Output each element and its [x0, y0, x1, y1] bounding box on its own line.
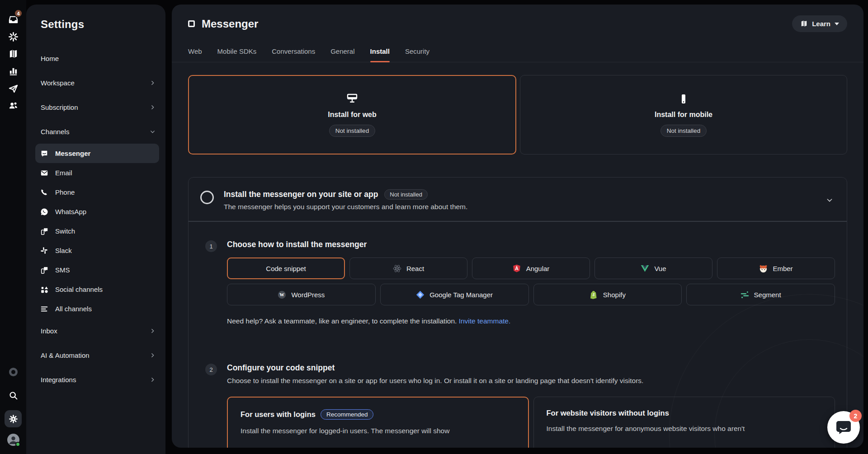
option-ember[interactable]: Ember — [717, 257, 835, 279]
mobile-icon — [678, 93, 689, 105]
tab-general[interactable]: General — [330, 47, 354, 62]
status-ring-icon[interactable] — [5, 363, 21, 380]
channel-label: Social channels — [55, 286, 103, 293]
sidebar-item-switch[interactable]: Switch — [35, 221, 159, 241]
gtm-icon — [416, 290, 425, 299]
sidebar-item-social-channels[interactable]: Social channels — [35, 280, 159, 299]
sidebar-item-all-channels[interactable]: All channels — [35, 299, 159, 318]
help-text-body: Need help? Ask a teammate, like an engin… — [227, 317, 457, 325]
sidebar-item-ai-automation[interactable]: AI & Automation — [41, 343, 156, 367]
tab-bar: Web Mobile SDKs Conversations General In… — [172, 47, 863, 62]
search-nav-icon[interactable] — [5, 387, 21, 404]
step-number: 2 — [205, 364, 217, 375]
app-rail: 4 — [0, 0, 26, 454]
sidebar-item-label: Home — [41, 55, 59, 62]
option-label: Google Tag Manager — [429, 291, 493, 299]
option-angular[interactable]: Angular — [472, 257, 590, 279]
sidebar-item-subscription[interactable]: Subscription — [41, 95, 156, 119]
install-options-row1: Code snippet React Angular Vue — [227, 257, 835, 279]
settings-nav-active[interactable] — [5, 410, 22, 427]
reports-nav-icon[interactable] — [5, 62, 21, 80]
tab-mobile-sdks[interactable]: Mobile SDKs — [217, 47, 257, 62]
ai-nav-icon[interactable] — [5, 28, 21, 45]
learn-button-label: Learn — [812, 20, 830, 28]
section-description: The messenger helps you support your cus… — [224, 203, 467, 211]
option-segment[interactable]: Segment — [686, 284, 835, 305]
sidebar-item-inbox[interactable]: Inbox — [41, 318, 156, 343]
sidebar-item-slack[interactable]: Slack — [35, 241, 159, 260]
install-for-mobile-card[interactable]: Install for mobile Not installed — [520, 75, 847, 154]
intercom-launcher-button[interactable]: 2 — [827, 411, 860, 444]
card-title: Install for mobile — [655, 111, 712, 119]
sidebar-nav: Home Workspace Subscription Channels Mes… — [41, 46, 156, 392]
social-channels-icon — [40, 285, 48, 294]
step-1: 1 Choose how to install the messenger Co… — [205, 240, 835, 325]
channel-label: All channels — [55, 305, 92, 313]
sidebar-item-workspace[interactable]: Workspace — [41, 70, 156, 95]
option-shopify[interactable]: Shopify — [533, 284, 682, 305]
invite-teammate-link[interactable]: Invite teammate. — [459, 317, 511, 325]
tab-security[interactable]: Security — [405, 47, 429, 62]
tab-conversations[interactable]: Conversations — [272, 47, 315, 62]
outbound-nav-icon[interactable] — [5, 80, 21, 97]
accordion-body: 1 Choose how to install the messenger Co… — [189, 222, 847, 448]
option-label: Angular — [526, 265, 550, 272]
user-avatar[interactable] — [7, 434, 19, 446]
step-title: Choose how to install the messenger — [227, 240, 835, 249]
option-google-tag-manager[interactable]: Google Tag Manager — [380, 284, 529, 305]
sms-icon — [40, 266, 48, 274]
option-label: Vue — [654, 265, 666, 272]
main-panel: Messenger Learn Web Mobile SDKs Conversa… — [172, 5, 863, 448]
ai-burst-icon — [8, 32, 19, 42]
sidebar-item-label: Subscription — [41, 103, 78, 111]
wordpress-icon: W — [278, 290, 286, 299]
inbox-nav-icon[interactable]: 4 — [5, 11, 21, 28]
sidebar-item-email[interactable]: Email — [35, 163, 159, 183]
chevron-down-icon[interactable] — [826, 197, 833, 204]
tab-install[interactable]: Install — [370, 47, 390, 62]
help-text: Need help? Ask a teammate, like an engin… — [227, 317, 835, 325]
contacts-nav-icon[interactable] — [5, 97, 21, 114]
step-2: 2 Configure your code snippet Choose to … — [205, 363, 835, 448]
option-vue[interactable]: Vue — [594, 257, 712, 279]
rail-bottom-group — [5, 363, 22, 446]
option-label: Shopify — [603, 291, 626, 299]
sidebar-item-messenger[interactable]: Messenger — [35, 144, 159, 163]
install-messenger-section: Install the messenger on your site or ap… — [188, 177, 847, 448]
progress-circle-icon — [200, 191, 214, 204]
sidebar-item-phone[interactable]: Phone — [35, 183, 159, 202]
sidebar-item-home[interactable]: Home — [41, 46, 156, 70]
status-badge: Not installed — [384, 189, 428, 200]
option-wordpress[interactable]: W WordPress — [227, 284, 376, 305]
knowledge-nav-icon[interactable] — [5, 45, 21, 62]
card-description: Install the messenger for anonymous webs… — [547, 425, 822, 433]
tab-web[interactable]: Web — [188, 47, 202, 62]
sidebar-item-integrations[interactable]: Integrations — [41, 367, 156, 392]
sidebar-item-sms[interactable]: SMS — [35, 260, 159, 280]
settings-gear-icon — [9, 414, 18, 424]
book-icon — [800, 20, 808, 28]
sidebar-title: Settings — [41, 18, 156, 31]
chevron-right-icon — [150, 80, 156, 86]
recommended-badge: Recommended — [321, 409, 374, 420]
card-title: For website visitors without logins — [547, 409, 669, 417]
learn-button[interactable]: Learn — [792, 15, 847, 32]
accordion-header[interactable]: Install the messenger on your site or ap… — [189, 178, 847, 221]
sidebar-item-label: Workspace — [41, 79, 75, 87]
option-label: React — [406, 265, 424, 272]
sidebar-item-whatsapp[interactable]: WhatsApp — [35, 202, 159, 221]
vue-icon — [641, 264, 649, 273]
channel-label: SMS — [55, 266, 70, 274]
option-code-snippet[interactable]: Code snippet — [227, 257, 345, 279]
channel-label: Messenger — [55, 150, 90, 157]
visitors-without-logins-card[interactable]: For website visitors without logins Inst… — [533, 397, 835, 448]
ring-icon — [9, 368, 18, 376]
option-react[interactable]: React — [349, 257, 467, 279]
card-title: Install for web — [328, 111, 377, 119]
slack-icon — [40, 246, 48, 255]
card-description: Install the messenger for logged-in user… — [241, 427, 515, 435]
sidebar-item-channels[interactable]: Channels — [41, 119, 156, 144]
install-for-web-card[interactable]: Install for web Not installed — [188, 75, 516, 154]
users-with-logins-card[interactable]: For users with logins Recommended Instal… — [227, 397, 529, 448]
page-title: Messenger — [202, 18, 258, 30]
